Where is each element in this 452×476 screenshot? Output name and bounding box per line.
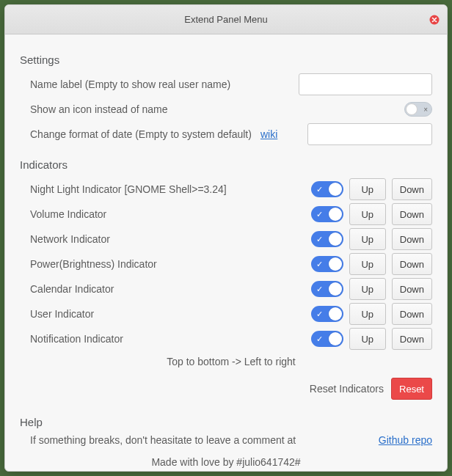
indicator-label: Night Light Indicator [GNOME Shell>=3.24… [30, 183, 305, 195]
volume-down-button[interactable]: Down [392, 203, 432, 225]
help-heading: Help [20, 416, 432, 428]
toggle-knob [406, 103, 418, 115]
credits: Made with love by #julio641742# [20, 456, 432, 468]
name-label-input[interactable] [299, 73, 432, 95]
titlebar: Extend Panel Menu [5, 5, 447, 34]
notification-toggle[interactable]: ✓ [311, 331, 343, 347]
date-format-input[interactable] [307, 123, 432, 145]
date-format-label: Change format of date (Empty to system d… [30, 128, 252, 140]
notification-down-button[interactable]: Down [392, 328, 432, 350]
check-icon: ✓ [316, 285, 323, 293]
toggle-off-icon: × [423, 106, 428, 114]
settings-section: Name label (Empty to show real user name… [20, 72, 432, 147]
network-up-button[interactable]: Up [349, 228, 386, 250]
night-light-down-button[interactable]: Down [392, 178, 432, 200]
power-up-button[interactable]: Up [349, 253, 386, 275]
indicator-row-network: Network Indicator ✓ Up Down [30, 227, 432, 252]
notification-up-button[interactable]: Up [349, 328, 386, 350]
close-button[interactable] [429, 15, 440, 25]
icon-instead-toggle[interactable]: × [404, 102, 432, 117]
check-icon: ✓ [316, 210, 323, 219]
indicator-label: Notification Indicator [30, 333, 305, 345]
indicators-heading: Indicators [20, 158, 432, 171]
reset-button[interactable]: Reset [391, 378, 432, 400]
check-icon: ✓ [316, 260, 323, 268]
indicator-label: Calendar Indicator [30, 283, 305, 295]
night-light-up-button[interactable]: Up [349, 178, 386, 200]
calendar-down-button[interactable]: Down [392, 278, 432, 300]
calendar-up-button[interactable]: Up [349, 278, 386, 300]
order-hint: Top to bottom -> Left to right [30, 356, 432, 367]
user-toggle[interactable]: ✓ [311, 306, 343, 322]
indicator-row-notification: Notification Indicator ✓ Up Down [30, 326, 432, 351]
user-up-button[interactable]: Up [349, 303, 386, 325]
check-icon: ✓ [316, 235, 323, 244]
check-icon: ✓ [316, 335, 323, 343]
row-icon-instead: Show an icon instead of name × [30, 97, 432, 122]
check-icon: ✓ [316, 310, 323, 318]
calendar-toggle[interactable]: ✓ [311, 281, 343, 297]
indicator-label: Power(Brightness) Indicator [30, 258, 305, 270]
network-toggle[interactable]: ✓ [311, 231, 343, 247]
preferences-window: Extend Panel Menu Settings Name label (E… [4, 4, 448, 472]
close-icon [429, 15, 440, 25]
volume-toggle[interactable]: ✓ [311, 206, 343, 222]
reset-row: Reset Indicators Reset [30, 378, 432, 400]
power-down-button[interactable]: Down [392, 253, 432, 275]
indicator-row-power: Power(Brightness) Indicator ✓ Up Down [30, 252, 432, 277]
help-text: If something breaks, don't heasitate to … [30, 434, 296, 446]
help-section: Help If something breaks, don't heasitat… [20, 416, 432, 468]
indicator-row-volume: Volume Indicator ✓ Up Down [30, 202, 432, 227]
github-repo-link[interactable]: Github repo [379, 434, 432, 446]
reset-indicators-label: Reset Indicators [310, 383, 384, 395]
check-icon: ✓ [316, 186, 323, 194]
indicator-label: User Indicator [30, 308, 305, 320]
indicator-label: Volume Indicator [30, 208, 305, 220]
wiki-link[interactable]: wiki [260, 128, 277, 140]
help-line: If something breaks, don't heasitate to … [20, 434, 432, 446]
window-title: Extend Panel Menu [184, 14, 267, 25]
user-down-button[interactable]: Down [392, 303, 432, 325]
indicator-row-calendar: Calendar Indicator ✓ Up Down [30, 277, 432, 301]
indicator-label: Network Indicator [30, 233, 305, 245]
indicator-row-user: User Indicator ✓ Up Down [30, 301, 432, 326]
indicators-section: Night Light Indicator [GNOME Shell>=3.24… [20, 177, 432, 400]
content-area: Settings Name label (Empty to show real … [5, 34, 447, 471]
row-name-label: Name label (Empty to show real user name… [30, 72, 432, 97]
indicator-row-night-light: Night Light Indicator [GNOME Shell>=3.24… [30, 177, 432, 202]
volume-up-button[interactable]: Up [349, 203, 386, 225]
settings-heading: Settings [20, 54, 432, 66]
name-label-text: Name label (Empty to show real user name… [30, 78, 230, 90]
network-down-button[interactable]: Down [392, 228, 432, 250]
row-date-format: Change format of date (Empty to system d… [30, 122, 432, 147]
night-light-toggle[interactable]: ✓ [311, 181, 343, 197]
power-toggle[interactable]: ✓ [311, 256, 343, 272]
icon-instead-label: Show an icon instead of name [30, 103, 168, 115]
